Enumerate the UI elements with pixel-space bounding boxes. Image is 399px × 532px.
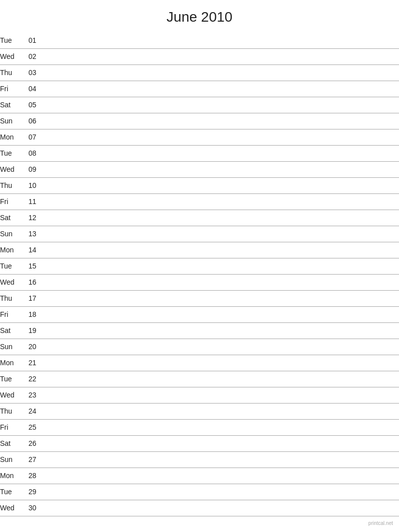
day-number: 29 (22, 484, 36, 500)
day-content-cell (36, 210, 399, 226)
table-row: Sat19 (0, 322, 399, 339)
day-number: 23 (22, 387, 36, 403)
day-content-cell (36, 306, 399, 322)
day-name: Mon (0, 468, 22, 484)
day-number: 18 (22, 306, 36, 322)
day-content-cell (36, 81, 399, 97)
day-name: Tue (0, 145, 22, 161)
day-number: 14 (22, 242, 36, 258)
table-row: Sat12 (0, 210, 399, 226)
table-row: Sun06 (0, 113, 399, 129)
day-name: Thu (0, 403, 22, 419)
day-number: 01 (22, 32, 36, 48)
day-number: 06 (22, 113, 36, 129)
day-name: Fri (0, 419, 22, 435)
table-row: Thu24 (0, 403, 399, 419)
day-content-cell (36, 177, 399, 193)
day-content-cell (36, 258, 399, 274)
day-name: Wed (0, 387, 22, 403)
day-number: 19 (22, 322, 36, 339)
table-row: Sun27 (0, 451, 399, 468)
day-content-cell (36, 419, 399, 435)
table-row: Fri04 (0, 81, 399, 97)
day-name: Wed (0, 48, 22, 64)
day-content-cell (36, 451, 399, 468)
day-name: Mon (0, 355, 22, 371)
day-content-cell (36, 274, 399, 290)
day-content-cell (36, 64, 399, 81)
day-number: 21 (22, 355, 36, 371)
day-number: 17 (22, 290, 36, 306)
table-row: Sun13 (0, 226, 399, 242)
day-content-cell (36, 322, 399, 339)
day-number: 22 (22, 371, 36, 387)
day-name: Wed (0, 500, 22, 516)
day-number: 25 (22, 419, 36, 435)
day-content-cell (36, 113, 399, 129)
table-row: Tue29 (0, 484, 399, 500)
day-number: 09 (22, 161, 36, 177)
table-row: Tue08 (0, 145, 399, 161)
table-row: Wed16 (0, 274, 399, 290)
day-content-cell (36, 339, 399, 355)
table-row: Wed23 (0, 387, 399, 403)
day-number: 20 (22, 339, 36, 355)
day-number: 28 (22, 468, 36, 484)
day-number: 05 (22, 97, 36, 113)
table-row: Sun20 (0, 339, 399, 355)
day-name: Fri (0, 81, 22, 97)
day-content-cell (36, 145, 399, 161)
day-content-cell (36, 161, 399, 177)
day-content-cell (36, 129, 399, 145)
day-name: Sat (0, 322, 22, 339)
day-number: 08 (22, 145, 36, 161)
day-content-cell (36, 48, 399, 64)
watermark: printcal.net (368, 520, 393, 526)
day-content-cell (36, 371, 399, 387)
table-row: Sat05 (0, 97, 399, 113)
day-content-cell (36, 468, 399, 484)
day-name: Sun (0, 113, 22, 129)
day-content-cell (36, 387, 399, 403)
table-row: Wed09 (0, 161, 399, 177)
day-name: Tue (0, 258, 22, 274)
page-title: June 2010 (0, 0, 399, 30)
day-content-cell (36, 355, 399, 371)
day-name: Sun (0, 451, 22, 468)
day-number: 03 (22, 64, 36, 81)
day-number: 07 (22, 129, 36, 145)
day-name: Fri (0, 193, 22, 210)
calendar-table: Tue01Wed02Thu03Fri04Sat05Sun06Mon07Tue08… (0, 32, 399, 516)
day-number: 26 (22, 435, 36, 451)
day-number: 16 (22, 274, 36, 290)
table-row: Tue01 (0, 32, 399, 48)
day-number: 11 (22, 193, 36, 210)
day-name: Tue (0, 32, 22, 48)
day-name: Mon (0, 129, 22, 145)
day-name: Sun (0, 226, 22, 242)
day-content-cell (36, 226, 399, 242)
table-row: Fri25 (0, 419, 399, 435)
day-content-cell (36, 500, 399, 516)
day-name: Sat (0, 97, 22, 113)
day-name: Thu (0, 177, 22, 193)
day-name: Tue (0, 371, 22, 387)
day-content-cell (36, 193, 399, 210)
day-name: Sat (0, 210, 22, 226)
table-row: Mon07 (0, 129, 399, 145)
day-name: Sun (0, 339, 22, 355)
day-name: Thu (0, 290, 22, 306)
table-row: Thu10 (0, 177, 399, 193)
table-row: Fri18 (0, 306, 399, 322)
table-row: Mon21 (0, 355, 399, 371)
table-row: Sat26 (0, 435, 399, 451)
day-number: 02 (22, 48, 36, 64)
day-number: 10 (22, 177, 36, 193)
table-row: Wed02 (0, 48, 399, 64)
day-number: 30 (22, 500, 36, 516)
table-row: Tue15 (0, 258, 399, 274)
day-number: 15 (22, 258, 36, 274)
table-row: Fri11 (0, 193, 399, 210)
table-row: Thu17 (0, 290, 399, 306)
day-name: Wed (0, 274, 22, 290)
